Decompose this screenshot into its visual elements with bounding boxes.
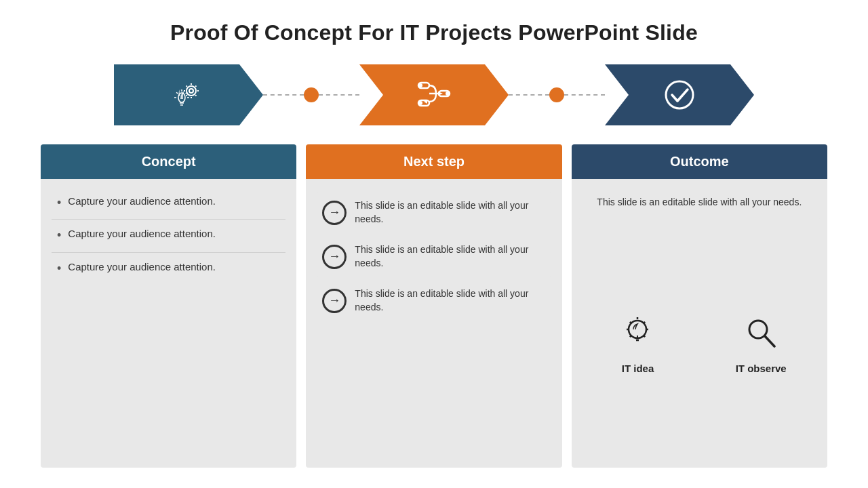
- nextstep-body: → This slide is an editable slide with a…: [306, 179, 561, 468]
- outcome-body: This slide is an editable slide with all…: [572, 179, 827, 468]
- content-grid: Concept • Capture your audience attentio…: [41, 144, 827, 468]
- concept-text-2: Capture your audience attention.: [68, 228, 216, 239]
- outcome-header: Outcome: [572, 144, 827, 179]
- outcome-bottom-boxes: IT idea IT observe: [578, 227, 821, 461]
- dashed-line-3: [509, 94, 549, 96]
- concept-item-2: • Capture your audience attention.: [52, 220, 285, 252]
- arrow-2: [359, 64, 509, 125]
- it-idea-icon: [619, 314, 656, 356]
- bullet-2: •: [57, 228, 61, 243]
- svg-line-38: [644, 321, 646, 323]
- concept-item-1: • Capture your audience attention.: [52, 187, 285, 220]
- it-observe-label: IT observe: [736, 363, 787, 374]
- concept-item-3: • Capture your audience attention.: [52, 253, 285, 285]
- svg-marker-24: [438, 92, 443, 96]
- svg-point-27: [446, 92, 450, 96]
- concept-text-1: Capture your audience attention.: [68, 195, 216, 207]
- nextstep-text-1: This slide is an editable slide with all…: [355, 199, 545, 226]
- svg-point-2: [189, 89, 193, 93]
- outcome-box-it-observe: IT observe: [701, 227, 821, 461]
- nextstep-item-1: → This slide is an editable slide with a…: [317, 192, 551, 232]
- process-icon: [417, 64, 451, 125]
- nextstep-header: Next step: [306, 144, 561, 179]
- arrow-circle-2: →: [322, 245, 347, 269]
- concept-column: Concept • Capture your audience attentio…: [41, 144, 296, 468]
- svg-line-37: [630, 321, 631, 323]
- connector-dot-1: [304, 87, 319, 102]
- svg-point-30: [666, 81, 693, 108]
- nextstep-items: → This slide is an editable slide with a…: [317, 187, 551, 327]
- svg-line-40: [644, 336, 646, 337]
- dashed-line-1: [263, 94, 304, 96]
- svg-line-17: [176, 92, 178, 94]
- dashed-line-2: [319, 94, 359, 96]
- checkmark-icon: [663, 64, 696, 125]
- arrow-1: [114, 64, 263, 125]
- outcome-box-it-idea: IT idea: [578, 227, 698, 461]
- concept-header: Concept: [41, 144, 296, 179]
- concept-body: • Capture your audience attention. • Cap…: [41, 179, 296, 468]
- lightbulb-gear-icon: [171, 64, 206, 125]
- svg-line-39: [630, 336, 631, 337]
- dashed-line-4: [564, 94, 605, 96]
- svg-line-10: [186, 95, 187, 96]
- bullet-3: •: [57, 261, 61, 277]
- svg-line-8: [195, 95, 196, 96]
- svg-point-26: [418, 83, 422, 87]
- concept-text-3: Capture your audience attention.: [68, 261, 216, 272]
- svg-line-7: [186, 86, 187, 87]
- nextstep-text-3: This slide is an editable slide with all…: [355, 287, 545, 314]
- svg-line-9: [195, 86, 196, 87]
- connector-2: [509, 87, 605, 102]
- outcome-column: Outcome This slide is an editable slide …: [572, 144, 827, 468]
- arrow-circle-3: →: [322, 289, 347, 313]
- nextstep-column: Next step → This slide is an editable sl…: [306, 144, 561, 468]
- arrow-circle-1: →: [322, 201, 347, 225]
- it-observe-icon: [743, 314, 779, 356]
- slide: Proof Of Concept For IT Projects PowerPo…: [0, 0, 868, 488]
- svg-point-1: [186, 86, 196, 96]
- outcome-top-text: This slide is an editable slide with all…: [578, 186, 821, 219]
- arrow-row: [41, 64, 827, 125]
- nextstep-text-2: This slide is an editable slide with all…: [355, 243, 545, 270]
- slide-title: Proof Of Concept For IT Projects PowerPo…: [170, 20, 698, 45]
- nextstep-item-3: → This slide is an editable slide with a…: [317, 281, 551, 321]
- bullet-1: •: [57, 195, 61, 211]
- connector-dot-2: [549, 87, 564, 102]
- svg-point-28: [418, 101, 422, 105]
- nextstep-item-2: → This slide is an editable slide with a…: [317, 237, 551, 277]
- svg-line-43: [765, 336, 774, 346]
- connector-1: [263, 87, 359, 102]
- it-idea-label: IT idea: [622, 363, 654, 374]
- arrow-3: [605, 64, 754, 125]
